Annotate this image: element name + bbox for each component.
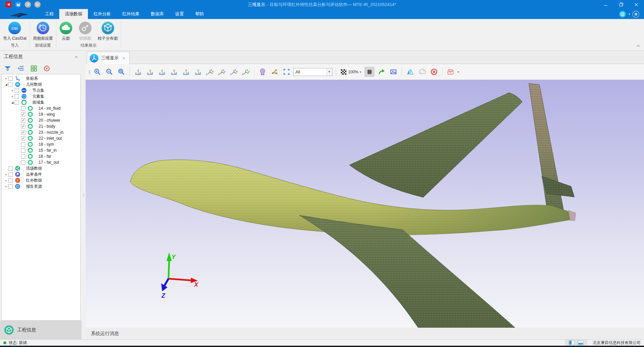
cancel-icon[interactable] bbox=[429, 67, 439, 77]
expander-closed-icon[interactable]: ▸ bbox=[4, 185, 8, 188]
tree-checkbox[interactable]: ✓ bbox=[21, 118, 25, 123]
view-iso-1-icon[interactable]: yzx bbox=[205, 67, 215, 77]
list-filter-icon[interactable] bbox=[17, 65, 24, 72]
tree-checkbox[interactable] bbox=[15, 88, 19, 93]
tree-label[interactable]: 21 - body bbox=[39, 124, 55, 129]
save-icon[interactable] bbox=[15, 1, 21, 8]
view-iso-4-icon[interactable]: zxy bbox=[241, 67, 251, 77]
tree-row[interactable]: ▸报告资源 bbox=[2, 183, 80, 189]
tree-checkbox[interactable] bbox=[21, 154, 25, 159]
dropdown-caret-icon[interactable]: ▾ bbox=[628, 12, 630, 16]
tree-label[interactable]: 18 - sym bbox=[39, 142, 54, 147]
restore-icon[interactable] bbox=[613, 0, 629, 9]
tree-row[interactable]: ◢几何数据 bbox=[2, 81, 80, 87]
tree-row[interactable]: ▸红外数据 bbox=[2, 177, 80, 183]
tree-label[interactable]: 流场数据 bbox=[26, 166, 42, 171]
tree-label[interactable]: 坐标系 bbox=[26, 76, 38, 81]
contour-cloud-button[interactable]: 云图 bbox=[56, 20, 76, 41]
particle-distribution-button[interactable]: 粒子分布图 bbox=[95, 20, 121, 41]
view-iso-2-icon[interactable]: yxz bbox=[217, 67, 227, 77]
panel-collapse-icon[interactable]: < bbox=[75, 54, 78, 59]
display-filter-select[interactable]: All ▼ bbox=[293, 68, 333, 76]
tree-checkbox[interactable] bbox=[8, 166, 13, 171]
locate-target-icon[interactable] bbox=[43, 65, 50, 72]
expander-closed-icon[interactable]: ▸ bbox=[10, 95, 15, 98]
expander-open-icon[interactable]: ◢ bbox=[10, 101, 15, 104]
tree-label[interactable]: 节点集 bbox=[32, 88, 44, 93]
tree-label[interactable]: 元素集 bbox=[32, 94, 44, 99]
periodic-face-button[interactable]: 周期面设置 bbox=[30, 20, 56, 41]
panel-splitter[interactable]: ⋮⋮ bbox=[82, 51, 86, 339]
tree-row[interactable]: 流场数据 bbox=[2, 165, 80, 171]
view-yz-icon[interactable]: zyx bbox=[193, 67, 203, 77]
tab-close-icon[interactable]: × bbox=[123, 56, 125, 61]
mirror-icon[interactable] bbox=[405, 67, 415, 77]
view-xy-icon[interactable]: yxz bbox=[133, 67, 143, 77]
menu-item-database[interactable]: 数据库 bbox=[145, 9, 169, 19]
tree-checkbox[interactable] bbox=[8, 172, 13, 177]
tree-row[interactable]: 16 - far bbox=[2, 153, 80, 159]
view-zy-icon[interactable]: xzy bbox=[181, 67, 191, 77]
view-xz-icon[interactable]: yxz bbox=[157, 67, 167, 77]
view-yx-icon[interactable]: yzx bbox=[145, 67, 155, 77]
view-iso-3-icon[interactable]: yzx bbox=[229, 67, 239, 77]
menu-item-flow-data[interactable]: 流场数据 bbox=[59, 9, 88, 19]
tree-label[interactable]: 边界条件 bbox=[26, 172, 42, 177]
close-icon[interactable] bbox=[629, 0, 644, 9]
tree-label[interactable]: 14 - int_fluid bbox=[39, 106, 60, 111]
tree-checkbox[interactable] bbox=[21, 160, 25, 165]
tree-row[interactable]: 18 - sym bbox=[2, 141, 80, 147]
display-mode-icon[interactable] bbox=[619, 11, 626, 18]
tree-label[interactable]: 面域集 bbox=[32, 100, 44, 105]
expander-closed-icon[interactable]: ▸ bbox=[4, 77, 8, 80]
project-panel-footer[interactable]: 工程信息 bbox=[0, 321, 82, 339]
light-icon[interactable] bbox=[257, 67, 268, 77]
viewport-3d-canvas[interactable]: Y X Z bbox=[86, 80, 644, 328]
tree-label[interactable]: 红外数据 bbox=[26, 178, 42, 183]
expander-closed-icon[interactable]: ▸ bbox=[10, 89, 15, 92]
menu-item-settings[interactable]: 设置 bbox=[169, 9, 189, 19]
tree-label[interactable]: 22 - inlet_out bbox=[39, 136, 62, 141]
tree-checkbox[interactable]: ✓ bbox=[21, 112, 25, 117]
panel-layout-bottom-icon[interactable] bbox=[578, 340, 583, 345]
combo-dropdown-icon[interactable]: ▼ bbox=[326, 68, 332, 76]
tree-checkbox[interactable]: ✓ bbox=[21, 124, 25, 129]
tree-checkbox[interactable] bbox=[8, 184, 13, 189]
import-cas-dat-button[interactable]: cas 导入 Cas/Dat bbox=[0, 20, 30, 41]
save-scene-caret-icon[interactable]: ▾ bbox=[458, 70, 459, 74]
tree-checkbox[interactable] bbox=[21, 106, 25, 111]
tree-label[interactable]: 16 - far bbox=[39, 154, 51, 159]
tree-label[interactable]: 20 - chuiwei bbox=[39, 118, 60, 123]
tree-row[interactable]: ✓19 - wing bbox=[2, 111, 80, 117]
tree-checkbox[interactable] bbox=[21, 148, 25, 153]
tree-label[interactable]: 几何数据 bbox=[26, 82, 42, 87]
tree-row[interactable]: ▸边界条件 bbox=[2, 171, 80, 177]
shell-cloud-icon[interactable] bbox=[417, 67, 427, 77]
menu-item-project[interactable]: 工程 bbox=[39, 9, 59, 19]
menu-item-ir-analysis[interactable]: 红外分析 bbox=[88, 9, 117, 19]
tree-row[interactable]: ▸元素集 bbox=[2, 93, 80, 99]
ribbon-collapse-icon[interactable] bbox=[636, 42, 640, 48]
tree-checkbox[interactable] bbox=[8, 178, 13, 183]
tab-3d-view[interactable]: 三维显示 × bbox=[87, 52, 130, 64]
tree-row[interactable]: 17 - far_out bbox=[2, 159, 80, 165]
tree-checkbox[interactable] bbox=[8, 76, 13, 81]
tree-row[interactable]: ✓22 - inlet_out bbox=[2, 135, 80, 141]
panel-layout-left-icon[interactable] bbox=[569, 340, 574, 345]
app-logo-icon[interactable] bbox=[5, 1, 12, 8]
help-icon[interactable] bbox=[632, 11, 639, 18]
tree-row[interactable]: 15 - far_in bbox=[2, 147, 80, 153]
expander-closed-icon[interactable]: ▸ bbox=[4, 173, 8, 176]
mesh-grid-icon[interactable] bbox=[364, 67, 375, 77]
tree-row[interactable]: ✓20 - chuiwei bbox=[2, 117, 80, 123]
grid-view-icon[interactable] bbox=[30, 65, 37, 72]
tree-row[interactable]: ▸节点集 bbox=[2, 87, 80, 93]
tree-checkbox[interactable]: ✓ bbox=[21, 136, 25, 141]
filter-icon[interactable] bbox=[4, 65, 11, 72]
particle-trace-icon[interactable] bbox=[269, 67, 280, 77]
tree-row[interactable]: ▸Yzx坐标系 bbox=[2, 75, 80, 81]
tree-label[interactable]: 23 - nozzle_in bbox=[39, 130, 64, 135]
tree-row[interactable]: 14 - int_fluid bbox=[2, 105, 80, 111]
export-arrow-icon[interactable] bbox=[376, 67, 387, 77]
tree-checkbox[interactable]: ✓ bbox=[21, 130, 25, 135]
